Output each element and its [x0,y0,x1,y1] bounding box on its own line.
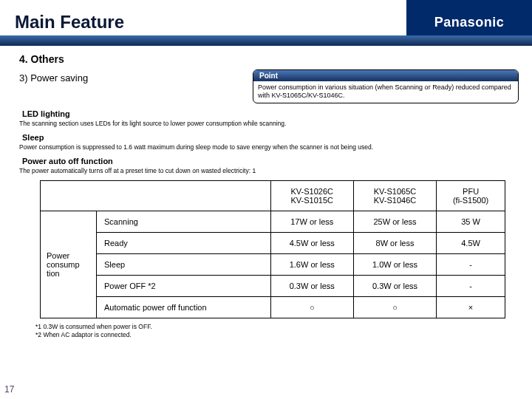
title-bar: Main Feature Panasonic [0,0,532,44]
cell: × [437,297,505,318]
cell: ○ [270,297,353,318]
row-label: Ready [97,233,271,254]
block-desc-led: The scanning section uses LEDs for its l… [19,120,519,127]
group-label: Power consump tion [41,211,97,318]
table-row: Power OFF *2 0.3W or less 0.3W or less - [41,276,505,297]
row-label: Power OFF *2 [97,276,271,297]
table-row: Ready 4.5W or less 8W or less 4.5W [41,233,505,254]
table-row: Power consump tion Scanning 17W or less … [41,211,505,233]
section-heading: 4. Others [19,53,519,65]
subsection-heading: 3) Power saving [19,69,88,83]
table-row: Automatic power off function ○ ○ × [41,297,505,318]
cell: 1.6W or less [270,254,353,276]
cell: 17W or less [270,211,353,233]
point-body: Power consumption in various situation (… [253,81,518,103]
cell: 1.0W or less [353,254,436,276]
cell: 0.3W or less [353,276,436,297]
footnote-1: *1 0.3W is consumed when power is OFF. [35,323,519,331]
header-col-2: KV-S1065CKV-S1046C [353,181,436,211]
subtitle-row: 3) Power saving Point Power consumption … [19,69,519,103]
point-label: Point [253,70,518,81]
page-number: 17 [4,384,14,395]
table-header-row: KV-S1026CKV-S1015C KV-S1065CKV-S1046C PF… [41,181,505,211]
page-title: Main Feature [15,12,124,33]
table-row: Sleep 1.6W or less 1.0W or less - [41,254,505,276]
row-label: Sleep [97,254,271,276]
content-area: 4. Others 3) Power saving Point Power co… [0,44,532,338]
block-desc-sleep: Power consumption is suppressed to 1.6 w… [19,143,519,151]
block-head-auto-off: Power auto off function [22,157,519,166]
cell: 0.3W or less [270,276,353,297]
row-label: Automatic power off function [97,297,271,318]
cell: 4.5W or less [270,233,353,254]
cell: ○ [353,297,436,318]
block-head-led: LED lighting [22,109,519,118]
footnote-2: *2 When AC adaptor is connected. [35,331,519,339]
header-col-3: PFU(fi-S1500) [437,181,505,211]
cell: 35 W [437,211,505,233]
block-head-sleep: Sleep [22,133,519,142]
cell: 25W or less [353,211,436,233]
footnotes: *1 0.3W is consumed when power is OFF. *… [35,323,519,338]
header-empty [41,181,271,211]
cell: 4.5W [437,233,505,254]
header-col-1: KV-S1026CKV-S1015C [270,181,353,211]
cell: - [437,254,505,276]
point-box: Point Power consumption in various situa… [253,69,519,103]
power-table: KV-S1026CKV-S1015C KV-S1065CKV-S1046C PF… [40,180,505,318]
cell: - [437,276,505,297]
block-desc-auto-off: The power automatically turns off at a p… [19,167,519,174]
title-stripe [0,35,532,46]
cell: 8W or less [353,233,436,254]
row-label: Scanning [97,211,271,233]
